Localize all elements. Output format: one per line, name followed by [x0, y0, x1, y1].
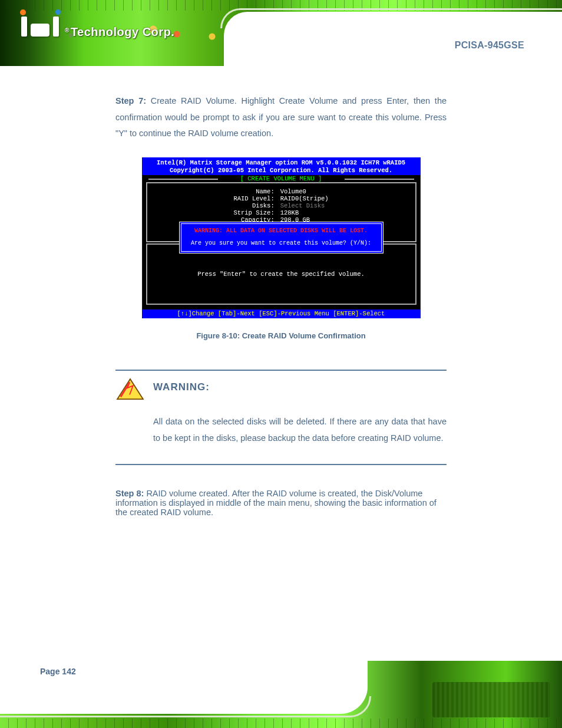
bottom-texture: [432, 682, 550, 717]
bios-warning-dialog: WARNING: ALL DATA ON SELECTED DISKS WILL…: [179, 222, 384, 253]
step-8-text: RAID volume created. After the RAID volu…: [115, 489, 437, 517]
bios-help-text: Press "Enter" to create the specified vo…: [197, 271, 365, 278]
step-7-text: Create RAID Volume. Highlight Create Vol…: [115, 96, 447, 138]
bios-title-line-1: Intel(R) Matrix Storage Manager option R…: [143, 159, 420, 167]
company-logo-block: ®Technology Corp.: [21, 12, 174, 37]
page-content: Step 7: Create RAID Volume. Highlight Cr…: [0, 66, 562, 517]
step-8-paragraph: Step 8: RAID volume created. After the R…: [115, 489, 447, 517]
top-banner: ®Technology Corp. PCISA-945GSE: [0, 0, 562, 66]
bios-menu-title: [ CREATE VOLUME MENU ]: [143, 175, 420, 182]
bios-screenshot: Intel(R) Matrix Storage Manager option R…: [142, 157, 421, 318]
bios-strip-label: Strip Size:: [233, 209, 280, 216]
bios-confirm-text: Are you sure you want to create this vol…: [186, 240, 376, 246]
product-title: PCISA-945GSE: [455, 40, 524, 51]
company-logo-text: ®Technology Corp.: [65, 25, 174, 39]
bios-disks-value: Select Disks: [280, 202, 329, 209]
banner-swoop-border: [220, 8, 562, 28]
bottom-swoop-border: [0, 696, 371, 717]
step-7-label: Step 7:: [115, 96, 151, 106]
iei-logo-icon: [21, 12, 60, 37]
bios-raid-label: RAID Level:: [233, 195, 280, 202]
warning-title: WARNING:: [153, 381, 210, 393]
bios-warning-text: WARNING: ALL DATA ON SELECTED DISKS WILL…: [186, 228, 376, 234]
step-8-label: Step 8:: [115, 489, 146, 498]
warning-block: WARNING: All data on the selected disks …: [115, 370, 447, 466]
bios-key-hints: [↑↓]Change [Tab]-Next [ESC]-Previous Men…: [143, 309, 420, 318]
bios-raid-value: RAID0(Stripe): [280, 195, 329, 202]
bios-field-table: Name:Volume0 RAID Level:RAID0(Stripe) Di…: [233, 188, 328, 223]
figure-caption: Figure 8-10: Create RAID Volume Confirma…: [115, 331, 447, 340]
bios-disks-label: Disks:: [233, 202, 280, 209]
bios-title-line-2: Copyright(C) 2003-05 Intel Corporation. …: [143, 167, 420, 174]
bios-name-value: Volume0: [280, 188, 329, 195]
bios-name-label: Name:: [233, 188, 280, 195]
bios-strip-value: 128KB: [280, 209, 329, 216]
step-7-paragraph: Step 7: Create RAID Volume. Highlight Cr…: [115, 93, 447, 142]
bottom-banner: [0, 661, 562, 728]
page-number: Page 142: [40, 667, 76, 676]
warning-body: All data on the selected disks will be d…: [153, 413, 447, 447]
warning-icon: [115, 378, 145, 400]
bios-header: Intel(R) Matrix Storage Manager option R…: [143, 158, 420, 175]
